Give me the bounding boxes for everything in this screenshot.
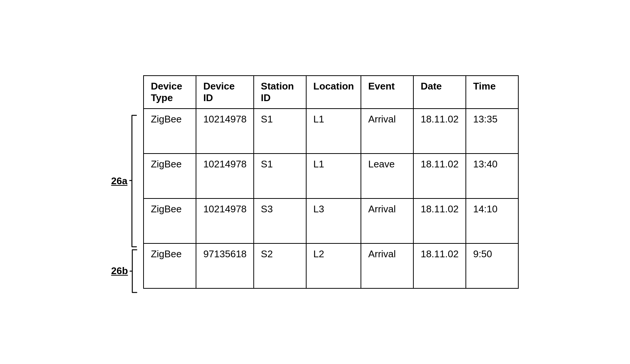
cell-0-device_id: 10214978 — [196, 109, 254, 154]
cell-0-event: Arrival — [361, 109, 413, 154]
cell-0-location: L1 — [306, 109, 361, 154]
main-wrapper: 26a 26b DeviceType — [111, 71, 519, 294]
page-container: 26a 26b DeviceType — [0, 0, 630, 364]
bracket-26b-icon — [129, 249, 138, 293]
col-header-device-id: DeviceID — [196, 76, 254, 109]
bracket-26a-icon — [129, 115, 137, 248]
table-row-0: ZigBee10214978S1L1Arrival18.11.0213:35 — [144, 109, 518, 154]
cell-2-location: L3 — [306, 198, 361, 243]
cell-3-device_id: 97135618 — [196, 243, 254, 288]
cell-2-date: 18.11.02 — [413, 198, 466, 243]
cell-1-event: Leave — [361, 154, 413, 198]
label-26b-group: 26b — [111, 249, 138, 293]
col-header-event: Event — [361, 76, 413, 109]
table-row-2: ZigBee10214978S3L3Arrival18.11.0214:10 — [144, 198, 518, 243]
label-26a-group: 26a — [111, 115, 137, 248]
cell-3-location: L2 — [306, 243, 361, 288]
cell-2-station_id: S3 — [254, 198, 306, 243]
cell-1-location: L1 — [306, 154, 361, 198]
cell-2-event: Arrival — [361, 198, 413, 243]
col-header-station-id: StationID — [254, 76, 306, 109]
side-labels: 26a 26b — [111, 71, 138, 294]
col-header-device-type: DeviceType — [144, 76, 196, 109]
cell-0-date: 18.11.02 — [413, 109, 466, 154]
table-body: ZigBee10214978S1L1Arrival18.11.0213:35Zi… — [144, 109, 518, 288]
label-26a-container: 26a — [111, 114, 138, 249]
cell-0-device_type: ZigBee — [144, 109, 196, 154]
table-row-3: ZigBee97135618S2L2Arrival18.11.029:50 — [144, 243, 518, 288]
cell-1-station_id: S1 — [254, 154, 306, 198]
data-table: DeviceType DeviceID StationID Location E… — [143, 75, 519, 289]
table-header: DeviceType DeviceID StationID Location E… — [144, 76, 518, 109]
table-row-1: ZigBee10214978S1L1Leave18.11.0213:40 — [144, 154, 518, 198]
cell-3-station_id: S2 — [254, 243, 306, 288]
cell-0-time: 13:35 — [466, 109, 518, 154]
header-row: DeviceType DeviceID StationID Location E… — [144, 76, 518, 109]
cell-3-time: 9:50 — [466, 243, 518, 288]
cell-2-time: 14:10 — [466, 198, 518, 243]
label-26b-container: 26b — [111, 249, 138, 294]
cell-2-device_type: ZigBee — [144, 198, 196, 243]
cell-1-device_id: 10214978 — [196, 154, 254, 198]
cell-3-event: Arrival — [361, 243, 413, 288]
col-header-date: Date — [413, 76, 466, 109]
cell-1-date: 18.11.02 — [413, 154, 466, 198]
header-spacer — [111, 71, 138, 114]
col-header-location: Location — [306, 76, 361, 109]
label-26b: 26b — [111, 265, 128, 277]
cell-3-device_type: ZigBee — [144, 243, 196, 288]
cell-1-time: 13:40 — [466, 154, 518, 198]
cell-0-station_id: S1 — [254, 109, 306, 154]
cell-3-date: 18.11.02 — [413, 243, 466, 288]
cell-2-device_id: 10214978 — [196, 198, 254, 243]
cell-1-device_type: ZigBee — [144, 154, 196, 198]
label-26a: 26a — [111, 175, 127, 187]
col-header-time: Time — [466, 76, 518, 109]
